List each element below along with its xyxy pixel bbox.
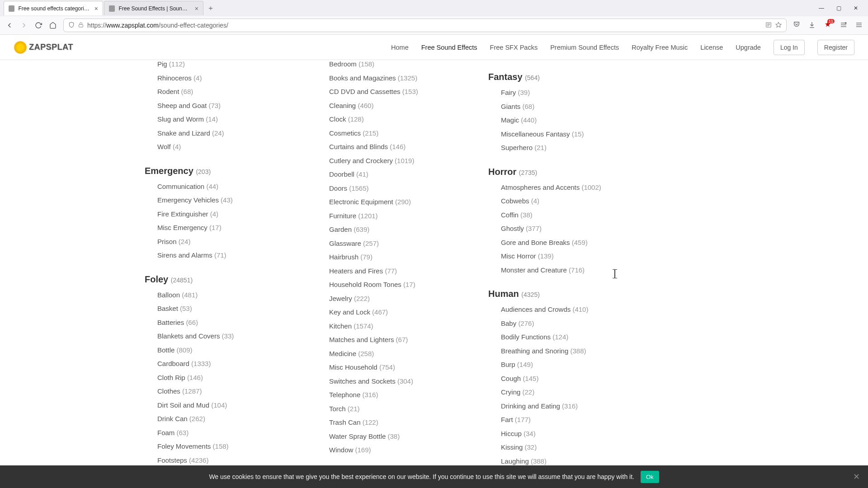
category-subitem[interactable]: Prison (24) [157,235,298,249]
bookmark-star-icon[interactable] [775,22,782,29]
maximize-button[interactable]: ▢ [835,5,842,11]
reload-button[interactable] [34,21,42,29]
category-subitem[interactable]: Crying (22) [501,385,642,399]
category-subitem[interactable]: Doors (1565) [329,182,470,196]
category-subitem[interactable]: Wolf (4) [157,140,298,154]
category-subitem[interactable]: Laughing (388) [501,455,642,466]
category-subitem[interactable]: Batteries (66) [157,316,298,330]
category-subitem[interactable]: CD DVD and Cassettes (153) [329,85,470,99]
nav-item-upgrade[interactable]: Upgrade [736,44,761,51]
category-subitem[interactable]: Switches and Sockets (304) [329,375,470,389]
category-subitem[interactable]: Sheep and Goat (73) [157,99,298,113]
category-heading[interactable]: Fantasy (564) [488,72,642,82]
category-subitem[interactable]: Bottle (809) [157,343,298,357]
category-subitem[interactable]: Cutlery and Crockery (1019) [329,154,470,168]
category-heading[interactable]: Horror (2735) [488,167,642,177]
category-subitem[interactable]: Curtains and Blinds (146) [329,140,470,154]
category-subitem[interactable]: Medicine (258) [329,347,470,361]
category-subitem[interactable]: Window (169) [329,443,470,457]
category-subitem[interactable]: Drinking and Eating (316) [501,399,642,413]
category-subitem[interactable]: Hiccup (34) [501,427,642,441]
minimize-button[interactable]: ― [818,5,825,11]
category-subitem[interactable]: Water Spray Bottle (38) [329,430,470,444]
download-icon[interactable] [808,21,816,30]
category-subitem[interactable]: Basket (53) [157,302,298,316]
menu-icon[interactable] [855,21,863,30]
category-subitem[interactable]: Superhero (21) [501,141,642,155]
category-subitem[interactable]: Audiences and Crowds (410) [501,303,642,317]
category-subitem[interactable]: Ghostly (377) [501,222,642,236]
category-subitem[interactable]: Misc Horror (139) [501,249,642,263]
category-subitem[interactable]: Heaters and Fires (77) [329,264,470,278]
category-subitem[interactable]: Drink Can (262) [157,412,298,426]
category-subitem[interactable]: Rhinoceros (4) [157,71,298,85]
category-subitem[interactable]: Trash Can (122) [329,416,470,430]
category-subitem[interactable]: Books and Magazines (1325) [329,71,470,85]
category-subitem[interactable]: Sirens and Alarms (71) [157,249,298,263]
category-subitem[interactable]: Coffin (38) [501,208,642,222]
category-subitem[interactable]: Torch (21) [329,402,470,416]
url-box[interactable]: https://www.zapsplat.com/sound-effect-ca… [63,19,787,32]
category-subitem[interactable]: Clock (128) [329,113,470,127]
category-heading[interactable]: Human (4325) [488,289,642,299]
category-subitem[interactable]: Glassware (257) [329,237,470,251]
category-subitem[interactable]: Fire Extinguisher (4) [157,207,298,221]
category-subitem[interactable]: Footsteps (4236) [157,454,298,466]
category-subitem[interactable]: Rodent (68) [157,85,298,99]
category-subitem[interactable]: Blankets and Covers (33) [157,329,298,343]
browser-tab[interactable]: Free Sound Effects | SoundJay× [104,1,203,15]
category-subitem[interactable]: Household Room Tones (17) [329,278,470,292]
category-subitem[interactable]: Dirt Soil and Mud (104) [157,399,298,413]
category-subitem[interactable]: Clothes (1287) [157,385,298,399]
category-subitem[interactable]: Furniture (1201) [329,209,470,223]
account-icon[interactable] [840,21,847,30]
category-subitem[interactable]: Cardboard (1333) [157,357,298,371]
category-subitem[interactable]: Cobwebs (4) [501,194,642,208]
category-subitem[interactable]: Misc Emergency (17) [157,221,298,235]
category-subitem[interactable]: Key and Lock (467) [329,305,470,319]
category-subitem[interactable]: Telephone (316) [329,388,470,402]
home-button[interactable] [49,21,57,29]
category-subitem[interactable]: Foam (63) [157,426,298,440]
category-subitem[interactable]: Gore and Bone Breaks (459) [501,236,642,250]
category-subitem[interactable]: Jewelry (222) [329,292,470,306]
category-subitem[interactable]: Emergency Vehicles (43) [157,193,298,207]
category-subitem[interactable]: Hairbrush (79) [329,250,470,264]
nav-item-free-sound-effects[interactable]: Free Sound Effects [421,44,477,51]
category-subitem[interactable]: Fart (177) [501,413,642,427]
category-subitem[interactable]: Balloon (481) [157,288,298,302]
register-button[interactable]: Register [817,40,854,55]
category-subitem[interactable]: Slug and Worm (14) [157,113,298,127]
category-subitem[interactable]: Cough (145) [501,372,642,386]
category-subitem[interactable]: Miscellaneous Fantasy (15) [501,127,642,141]
browser-tab[interactable]: Free sound effects categories |× [4,1,103,15]
cookie-ok-button[interactable]: Ok [641,471,659,483]
pocket-icon[interactable] [793,21,800,30]
category-subitem[interactable]: Matches and Lighters (67) [329,333,470,347]
category-subitem[interactable]: Doorbell (41) [329,168,470,182]
tab-close-button[interactable]: × [195,5,198,12]
login-button[interactable]: Log In [774,40,805,55]
category-heading[interactable]: Emergency (203) [145,166,298,176]
category-subitem[interactable]: Foley Movements (158) [157,440,298,454]
category-subitem[interactable]: Bodily Functions (124) [501,330,642,344]
tab-close-button[interactable]: × [94,5,98,12]
category-subitem[interactable]: Electronic Equipment (290) [329,195,470,209]
category-subitem[interactable]: Bedroom (158) [329,60,470,71]
category-subitem[interactable]: Cloth Rip (146) [157,371,298,385]
site-logo[interactable]: ZAPSPLAT [14,41,73,54]
category-subitem[interactable]: Magic (440) [501,113,642,127]
category-subitem[interactable]: Breathing and Snoring (388) [501,344,642,358]
nav-item-home[interactable]: Home [391,44,409,51]
nav-item-premium-sound-effects[interactable]: Premium Sound Effects [550,44,619,51]
category-subitem[interactable]: Pig (112) [157,60,298,71]
back-button[interactable] [5,21,14,29]
category-subitem[interactable]: Monster and Creature (716) [501,263,642,277]
category-subitem[interactable]: Atmospheres and Accents (1002) [501,181,642,195]
category-subitem[interactable]: Giants (68) [501,100,642,114]
category-subitem[interactable]: Communication (44) [157,180,298,194]
category-subitem[interactable]: Kitchen (1574) [329,319,470,333]
category-subitem[interactable]: Snake and Lizard (24) [157,127,298,141]
cookie-close-button[interactable]: ✕ [853,472,860,482]
close-window-button[interactable]: ✕ [853,5,859,11]
